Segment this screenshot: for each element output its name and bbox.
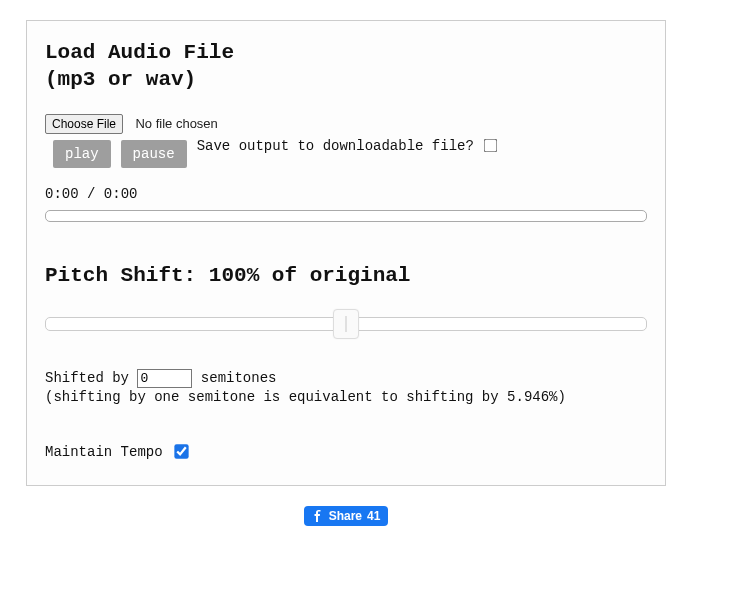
load-heading-line1: Load Audio File <box>45 41 234 64</box>
maintain-tempo-checkbox[interactable] <box>174 444 188 458</box>
facebook-share-button[interactable]: Share 41 <box>304 506 389 526</box>
semitone-shift-row: Shifted by semitones (shifting by one se… <box>45 369 647 408</box>
pitch-heading: Pitch Shift: 100% of original <box>45 262 647 289</box>
share-label: Share <box>329 510 362 522</box>
pause-button[interactable]: pause <box>121 140 187 168</box>
save-output-checkbox[interactable] <box>484 139 498 153</box>
maintain-tempo-row: Maintain Tempo <box>45 442 647 461</box>
playback-progress-bar[interactable] <box>45 210 647 222</box>
load-heading: Load Audio File (mp3 or wav) <box>45 39 647 94</box>
share-count: 41 <box>367 510 380 522</box>
facebook-icon <box>312 510 324 522</box>
shifted-by-suffix: semitones <box>192 370 276 386</box>
save-output-text: Save output to downloadable file? <box>197 138 474 154</box>
choose-file-button[interactable]: Choose File <box>45 114 123 134</box>
audio-tool-panel: Load Audio File (mp3 or wav) Choose File… <box>26 20 666 486</box>
pitch-slider[interactable] <box>45 309 647 339</box>
save-output-label[interactable]: Save output to downloadable file? <box>197 136 500 155</box>
time-current: 0:00 <box>45 186 79 202</box>
maintain-tempo-label: Maintain Tempo <box>45 444 163 460</box>
time-display: 0:00 / 0:00 <box>45 186 647 202</box>
file-input-row: Choose File No file chosen <box>45 114 647 134</box>
time-separator: / <box>79 186 104 202</box>
playback-controls-row: play pause Save output to downloadable f… <box>45 140 647 168</box>
load-heading-line2: (mp3 or wav) <box>45 68 196 91</box>
pitch-slider-thumb[interactable] <box>333 309 359 339</box>
file-status-text: No file chosen <box>135 116 217 131</box>
semitone-note: (shifting by one semitone is equivalent … <box>45 389 566 405</box>
shifted-by-prefix: Shifted by <box>45 370 137 386</box>
play-button[interactable]: play <box>53 140 111 168</box>
time-total: 0:00 <box>104 186 138 202</box>
semitones-input[interactable] <box>137 369 192 388</box>
